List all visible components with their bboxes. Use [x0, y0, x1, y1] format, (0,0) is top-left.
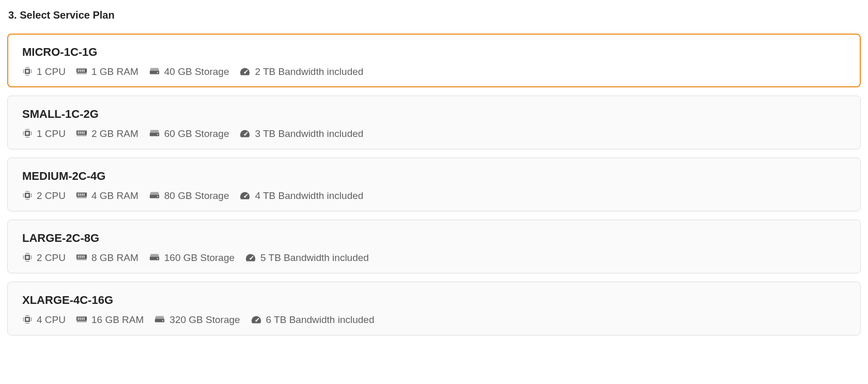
bandwidth-value: 6 TB Bandwidth included — [266, 315, 375, 325]
ram-value: 1 GB RAM — [91, 67, 138, 76]
tachometer-icon — [239, 128, 251, 139]
bandwidth-value: 3 TB Bandwidth included — [255, 129, 363, 139]
svg-rect-1 — [26, 70, 29, 73]
memory-icon — [76, 252, 87, 263]
cpu-spec: 2 CPU — [22, 190, 66, 201]
bandwidth-spec: 4 TB Bandwidth included — [239, 190, 363, 201]
svg-rect-34 — [80, 255, 81, 258]
ram-spec: 2 GB RAM — [76, 128, 138, 139]
storage-spec: 320 GB Storage — [154, 314, 240, 325]
memory-icon — [76, 314, 87, 325]
cpu-spec: 4 CPU — [22, 314, 66, 325]
storage-value: 160 GB Storage — [164, 253, 235, 263]
tachometer-icon — [251, 314, 262, 325]
svg-point-39 — [250, 258, 251, 259]
hdd-icon — [149, 128, 160, 139]
hdd-icon — [149, 252, 160, 263]
bandwidth-spec: 6 TB Bandwidth included — [251, 314, 375, 325]
svg-rect-6 — [84, 69, 85, 72]
cpu-value: 1 CPU — [37, 129, 66, 139]
service-plan-card[interactable]: XLARGE-4C-16G 4 CPU 16 GB RAM 320 GB Sto… — [7, 282, 861, 335]
svg-point-49 — [255, 320, 257, 321]
section-title: 3. Select Service Plan — [7, 0, 861, 34]
plan-name: LARGE-2C-8G — [22, 232, 846, 245]
storage-spec: 60 GB Storage — [149, 128, 229, 139]
svg-rect-23 — [78, 193, 79, 196]
storage-value: 320 GB Storage — [169, 315, 240, 325]
svg-point-48 — [162, 320, 163, 321]
svg-rect-16 — [84, 131, 85, 134]
cpu-value: 4 CPU — [37, 315, 66, 325]
memory-icon — [76, 190, 87, 201]
service-plan-card[interactable]: SMALL-1C-2G 1 CPU 2 GB RAM 60 GB Storage — [7, 96, 861, 149]
hdd-icon — [149, 190, 160, 201]
plan-spec-row: 2 CPU 4 GB RAM 80 GB Storage 4 TB Bandwi… — [22, 190, 846, 201]
svg-rect-5 — [82, 69, 83, 72]
svg-rect-4 — [80, 69, 81, 72]
svg-rect-35 — [82, 255, 83, 258]
plan-spec-row: 4 CPU 16 GB RAM 320 GB Storage 6 TB Band… — [22, 314, 846, 325]
svg-rect-24 — [80, 193, 81, 196]
ram-spec: 16 GB RAM — [76, 314, 144, 325]
storage-spec: 40 GB Storage — [149, 66, 229, 76]
svg-rect-44 — [80, 317, 81, 320]
cpu-spec: 2 CPU — [22, 252, 66, 263]
microchip-icon — [22, 66, 33, 76]
bandwidth-value: 4 TB Bandwidth included — [255, 191, 363, 201]
microchip-icon — [22, 314, 33, 325]
svg-rect-46 — [84, 317, 85, 320]
plan-name: MEDIUM-2C-4G — [22, 170, 846, 183]
svg-point-28 — [157, 196, 158, 197]
service-plan-card[interactable]: LARGE-2C-8G 2 CPU 8 GB RAM 160 GB Storag… — [7, 220, 861, 273]
svg-rect-36 — [84, 255, 85, 258]
storage-spec: 80 GB Storage — [149, 190, 229, 201]
svg-rect-13 — [78, 131, 79, 134]
svg-point-19 — [244, 134, 246, 135]
svg-rect-14 — [80, 131, 81, 134]
storage-value: 80 GB Storage — [164, 191, 229, 201]
svg-rect-21 — [26, 194, 29, 197]
cpu-spec: 1 CPU — [22, 66, 66, 76]
bandwidth-spec: 3 TB Bandwidth included — [239, 128, 363, 139]
svg-rect-43 — [78, 317, 79, 320]
plan-spec-row: 2 CPU 8 GB RAM 160 GB Storage 5 TB Bandw… — [22, 252, 846, 263]
hdd-icon — [154, 314, 165, 325]
svg-point-8 — [157, 72, 158, 73]
storage-value: 60 GB Storage — [164, 129, 229, 139]
storage-spec: 160 GB Storage — [149, 252, 235, 263]
ram-value: 2 GB RAM — [91, 129, 138, 139]
tachometer-icon — [239, 66, 251, 76]
memory-icon — [76, 128, 87, 139]
service-plan-card[interactable]: MICRO-1C-1G 1 CPU 1 GB RAM 40 GB Storage — [7, 34, 861, 87]
bandwidth-spec: 2 TB Bandwidth included — [239, 66, 363, 76]
bandwidth-value: 2 TB Bandwidth included — [255, 67, 363, 76]
ram-value: 16 GB RAM — [91, 315, 144, 325]
plan-spec-row: 1 CPU 2 GB RAM 60 GB Storage 3 TB Bandwi… — [22, 128, 846, 139]
plan-name: MICRO-1C-1G — [22, 45, 846, 59]
ram-value: 8 GB RAM — [91, 253, 138, 263]
bandwidth-value: 5 TB Bandwidth included — [260, 253, 369, 263]
plan-name: SMALL-1C-2G — [22, 107, 846, 121]
cpu-value: 2 CPU — [37, 191, 66, 201]
svg-rect-3 — [78, 69, 79, 72]
bandwidth-spec: 5 TB Bandwidth included — [245, 252, 369, 263]
svg-rect-11 — [26, 132, 29, 135]
svg-rect-41 — [26, 318, 29, 321]
ram-spec: 8 GB RAM — [76, 252, 138, 263]
svg-rect-45 — [82, 317, 83, 320]
svg-rect-31 — [26, 256, 29, 259]
svg-rect-25 — [82, 193, 83, 196]
microchip-icon — [22, 128, 33, 139]
microchip-icon — [22, 190, 33, 201]
microchip-icon — [22, 252, 33, 263]
service-plan-list: MICRO-1C-1G 1 CPU 1 GB RAM 40 GB Storage — [7, 34, 861, 335]
ram-spec: 4 GB RAM — [76, 190, 138, 201]
service-plan-card[interactable]: MEDIUM-2C-4G 2 CPU 4 GB RAM 80 GB Storag… — [7, 158, 861, 211]
cpu-value: 1 CPU — [37, 67, 66, 76]
svg-point-9 — [244, 72, 246, 73]
svg-point-18 — [157, 134, 158, 135]
tachometer-icon — [239, 190, 251, 201]
svg-point-38 — [157, 258, 158, 259]
ram-value: 4 GB RAM — [91, 191, 138, 201]
tachometer-icon — [245, 252, 256, 263]
